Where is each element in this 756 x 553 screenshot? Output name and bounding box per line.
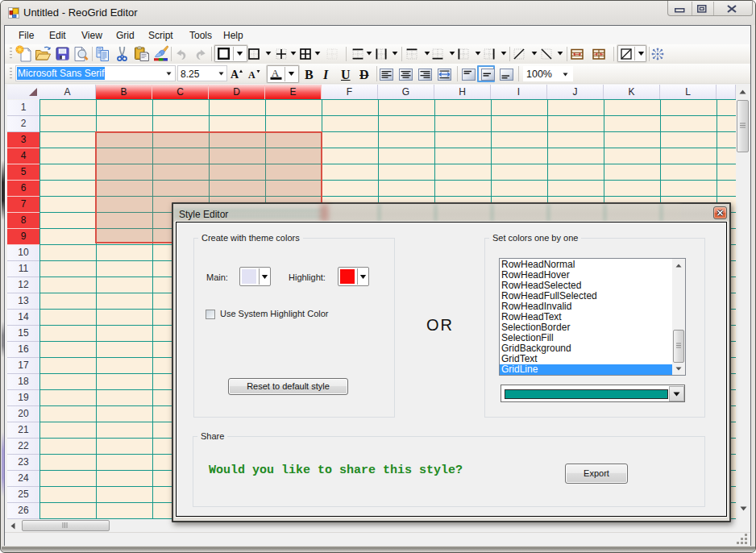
svg-text:A: A xyxy=(231,69,239,80)
svg-text:A: A xyxy=(272,67,280,79)
svg-text:A: A xyxy=(248,69,255,80)
